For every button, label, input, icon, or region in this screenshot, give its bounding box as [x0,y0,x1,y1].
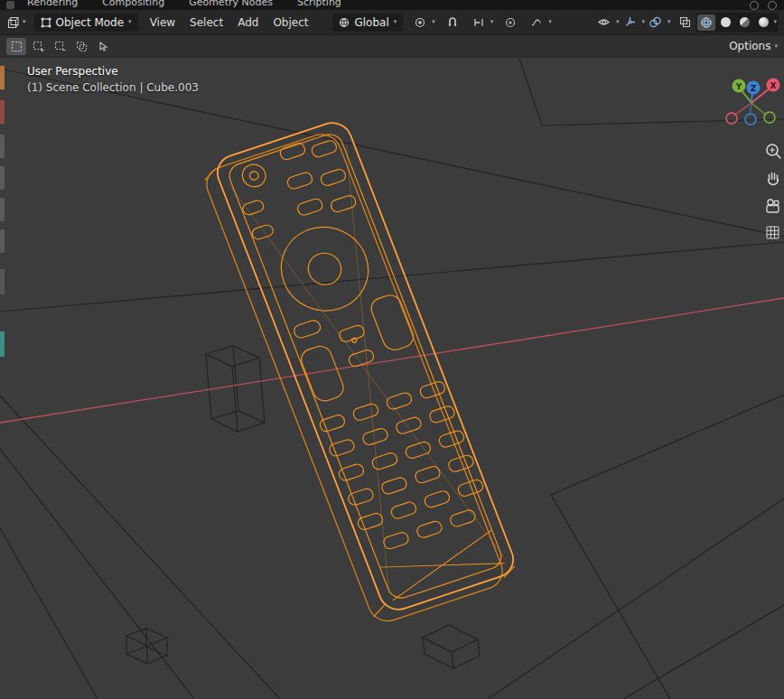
options-dropdown[interactable]: Options ▾ [729,40,778,52]
chevron-down-icon: ▾ [641,19,645,25]
pan-hand-icon[interactable] [769,173,779,185]
shading-rendered-button[interactable] [754,14,772,31]
editor-type-icon [5,15,20,30]
pivot-point-icon [414,16,426,29]
topbar-tab-geometry-nodes[interactable]: Geometry Nodes [189,0,273,8]
tool-settings-bar: Options ▾ [0,35,784,58]
proportional-editing-icon [504,16,517,29]
left-toolbar-edge[interactable] [0,66,5,357]
view-layer-icon[interactable] [768,1,777,10]
blender-logo-icon[interactable] [6,1,14,9]
topbar-tab-compositing[interactable]: Compositing [102,0,164,8]
select-box-icon [11,41,23,52]
chevron-down-icon: ▾ [432,19,435,25]
gizmo-axis-x[interactable]: X [767,79,780,92]
shading-solid-button[interactable] [716,14,734,31]
xray-toggle[interactable] [676,14,694,32]
orientation-dropdown[interactable]: Global ▾ [332,14,403,32]
shading-material-icon [740,17,750,27]
shading-material-button[interactable] [735,14,753,31]
mode-dropdown[interactable]: Object Mode ▾ [34,14,138,32]
proportional-editing-toggle[interactable] [501,14,519,32]
gizmo-y-label: Y [735,82,742,91]
viewport-perspective-label: User Perspective [27,65,118,78]
gizmo-axis-z[interactable]: Z [747,81,761,95]
zoom-icon[interactable] [767,144,780,158]
snap-target-dropdown[interactable]: ▾ [470,14,494,32]
pivot-point-dropdown[interactable]: ▾ [411,14,435,32]
snap-target-icon [472,16,485,29]
options-label: Options [729,40,770,52]
snap-toggle[interactable] [443,14,462,32]
topbar-tab-rendering[interactable]: Rendering [27,0,78,8]
object-mode-icon [41,17,51,28]
chevron-down-icon: ▾ [667,19,671,25]
selected-object-remote-wireframe[interactable] [199,118,522,626]
x-axis-line [0,298,784,423]
menu-object[interactable]: Object [269,16,312,29]
gizmos-dropdown[interactable]: ▾ [621,14,645,32]
gizmo-axis-y-neg[interactable] [764,112,775,123]
xray-icon [678,15,692,29]
viewport-header: ▾ Object Mode ▾ View Select Add Object G… [0,10,784,35]
chevron-down-icon: ▾ [23,19,26,25]
visibility-dropdown[interactable]: ▾ [595,14,620,32]
proportional-falloff-icon [530,16,543,29]
blender-window: Y Z X [0,0,784,699]
menu-add[interactable]: Add [234,16,262,29]
topbar-tab-scripting[interactable]: Scripting [297,0,341,8]
chevron-down-icon: ▾ [394,19,397,25]
menu-select[interactable]: Select [186,16,227,29]
shading-wireframe-icon [700,16,713,29]
snap-magnet-icon [446,16,459,29]
orientation-globe-icon [339,17,350,28]
orthographic-toggle-icon[interactable] [767,227,779,238]
shading-dropdown-chevron[interactable]: ▾ [773,19,777,25]
chevron-down-icon: ▾ [490,19,494,25]
topbar: Rendering Compositing Geometry Nodes Scr… [0,0,784,10]
overlays-icon [649,15,662,29]
shading-mode-group: ▾ [695,13,779,33]
shading-wireframe-button[interactable] [697,14,715,31]
select-mode-invert-button[interactable] [71,38,91,55]
gizmo-axis-y[interactable]: Y [733,79,746,93]
chevron-down-icon: ▾ [128,19,132,25]
visibility-eye-icon [597,15,611,29]
gizmo-axis-x-neg[interactable] [726,113,737,124]
chevron-down-icon: ▾ [548,19,552,25]
gizmo-z-label: Z [751,84,757,93]
scene-icon[interactable] [750,1,759,10]
editor-type-button[interactable]: ▾ [5,15,26,30]
orientation-dropdown-label: Global [354,16,388,29]
select-mode-difference-button[interactable] [93,38,113,55]
select-mode-subtract-button[interactable] [50,38,70,55]
overlays-dropdown[interactable]: ▾ [647,14,671,32]
mode-dropdown-label: Object Mode [56,16,125,29]
viewport-canvas[interactable]: Y Z X [0,0,784,699]
chevron-down-icon: ▾ [774,43,778,50]
gizmo-x-label: X [770,81,777,90]
chevron-down-icon: ▾ [616,19,620,25]
select-mode-extend-button[interactable] [28,38,48,55]
select-cursor-icon [98,41,109,52]
select-box-plus-icon [33,41,44,52]
menu-view[interactable]: View [146,16,179,29]
select-mode-new-button[interactable] [6,38,26,55]
camera-view-icon[interactable] [767,200,779,212]
shading-rendered-icon [759,17,769,27]
select-box-intersect-icon [76,41,88,52]
gizmo-axis-z-neg[interactable] [745,114,756,125]
viewport-collection-label: (1) Scene Collection | Cube.003 [27,81,199,94]
gizmos-icon [623,15,637,29]
select-box-minus-icon [54,41,66,52]
shading-solid-icon [721,17,731,27]
proportional-falloff-dropdown[interactable]: ▾ [527,14,552,32]
navigation-gizmo[interactable]: Y Z X [726,79,780,126]
